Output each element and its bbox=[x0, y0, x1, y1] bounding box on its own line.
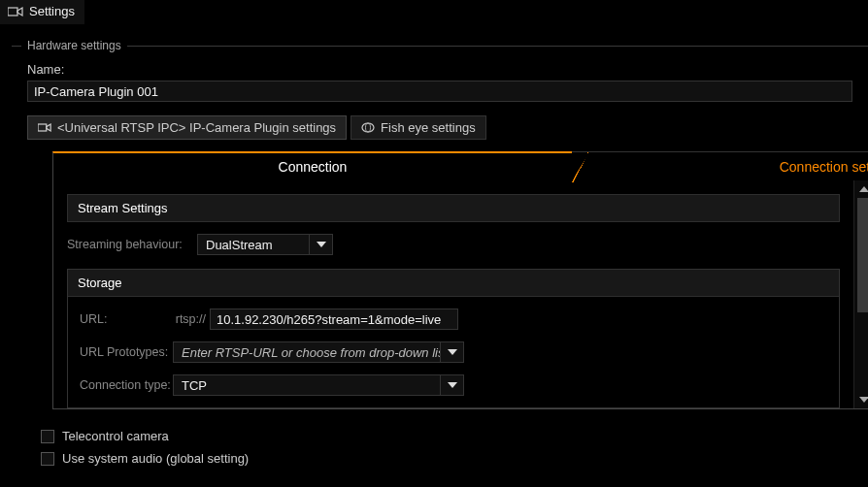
system-audio-label: Use system audio (global setting) bbox=[62, 451, 249, 466]
tab-plugin-label: <Universal RTSP IPC> IP-Camera Plugin se… bbox=[57, 120, 336, 135]
url-input[interactable]: 10.1.92.230/h265?stream=1&mode=live bbox=[210, 308, 458, 330]
row-url: URL: rtsp:// 10.1.92.230/h265?stream=1&m… bbox=[80, 308, 827, 330]
camera-icon bbox=[38, 122, 51, 133]
connection-type-value: TCP bbox=[174, 378, 440, 393]
tab-connection-label: Connection bbox=[279, 159, 348, 175]
tab-connection[interactable]: Connection bbox=[52, 151, 572, 180]
chevron-down-icon bbox=[440, 342, 463, 362]
storage-heading: Storage bbox=[68, 270, 839, 297]
fisheye-icon bbox=[361, 122, 375, 133]
checkbox-icon bbox=[41, 452, 54, 466]
row-connection-type: Connection type: TCP bbox=[80, 374, 827, 396]
tab-plugin-settings[interactable]: <Universal RTSP IPC> IP-Camera Plugin se… bbox=[27, 115, 347, 140]
checkbox-telecontrol[interactable]: Telecontrol camera bbox=[41, 429, 249, 443]
url-prefix: rtsp:// bbox=[169, 312, 210, 326]
hardware-fieldset: Hardware settings Name: IP-Camera Plugin… bbox=[12, 39, 868, 409]
tab-connection-settings[interactable]: Connection sett bbox=[572, 151, 868, 180]
url-label: URL: bbox=[80, 312, 169, 326]
name-input-value: IP-Camera Plugin 001 bbox=[34, 84, 158, 99]
streaming-behaviour-select[interactable]: DualStream bbox=[197, 234, 333, 255]
url-prototypes-placeholder: Enter RTSP-URL or choose from drop-down … bbox=[174, 345, 440, 360]
telecontrol-label: Telecontrol camera bbox=[62, 429, 169, 443]
url-prototypes-select[interactable]: Enter RTSP-URL or choose from drop-down … bbox=[173, 341, 464, 363]
chevron-down-icon bbox=[440, 375, 463, 395]
scrollbar[interactable] bbox=[853, 180, 868, 408]
checkbox-system-audio[interactable]: Use system audio (global setting) bbox=[41, 451, 249, 466]
scroll-up-icon[interactable] bbox=[856, 182, 868, 196]
storage-group: Storage URL: rtsp:// 10.1.92.230/h265?st… bbox=[67, 269, 840, 408]
streaming-behaviour-value: DualStream bbox=[198, 238, 309, 252]
tab-fisheye-label: Fish eye settings bbox=[381, 120, 476, 135]
tab-fisheye-settings[interactable]: Fish eye settings bbox=[351, 115, 486, 140]
svg-rect-1 bbox=[38, 124, 47, 131]
body: Hardware settings Name: IP-Camera Plugin… bbox=[10, 27, 868, 487]
scrollbar-thumb[interactable] bbox=[857, 198, 868, 312]
camera-icon bbox=[8, 6, 23, 17]
svg-point-3 bbox=[366, 123, 371, 132]
scroll-down-icon[interactable] bbox=[856, 393, 868, 406]
name-label: Name: bbox=[27, 62, 868, 77]
big-tabs: Connection Connection sett bbox=[52, 151, 868, 180]
tab-connection-settings-label: Connection sett bbox=[780, 159, 868, 175]
svg-point-2 bbox=[362, 123, 374, 132]
chevron-down-icon bbox=[309, 235, 332, 254]
hardware-legend: Hardware settings bbox=[21, 39, 127, 52]
bottom-checkboxes: Telecontrol camera Use system audio (glo… bbox=[41, 429, 249, 473]
url-value: 10.1.92.230/h265?stream=1&mode=live bbox=[217, 312, 441, 327]
connection-type-label: Connection type: bbox=[80, 378, 173, 392]
stream-settings-heading: Stream Settings bbox=[67, 194, 840, 222]
connection-panel: Stream Settings Streaming behaviour: Dua… bbox=[52, 180, 868, 409]
row-streaming-behaviour: Streaming behaviour: DualStream bbox=[67, 234, 840, 255]
window-title: Settings bbox=[29, 4, 75, 18]
streaming-behaviour-label: Streaming behaviour: bbox=[67, 238, 197, 251]
connection-type-select[interactable]: TCP bbox=[173, 374, 464, 396]
panel-scroll: Stream Settings Streaming behaviour: Dua… bbox=[53, 180, 853, 408]
name-input[interactable]: IP-Camera Plugin 001 bbox=[27, 81, 852, 102]
svg-rect-0 bbox=[8, 8, 17, 16]
settings-window: Settings Hardware settings Name: IP-Came… bbox=[0, 0, 868, 487]
url-prototypes-label: URL Prototypes: bbox=[80, 345, 173, 359]
checkbox-icon bbox=[41, 430, 54, 443]
row-url-prototypes: URL Prototypes: Enter RTSP-URL or choose… bbox=[80, 341, 827, 363]
window-title-tab: Settings bbox=[0, 0, 84, 24]
mini-tabs: <Universal RTSP IPC> IP-Camera Plugin se… bbox=[27, 115, 868, 140]
